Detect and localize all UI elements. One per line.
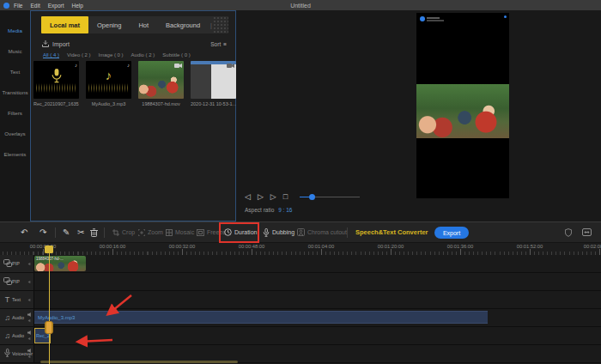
redo-button[interactable]: ↷ <box>39 222 46 242</box>
filter-audio[interactable]: Audio ( 2 ) <box>131 52 155 58</box>
undo-button[interactable]: ↶ <box>21 222 27 242</box>
chroma-cutout-button[interactable]: Chroma cutout <box>297 222 347 242</box>
playhead-drag-handle[interactable] <box>45 321 53 334</box>
preview-video-frame <box>416 84 509 138</box>
speaker-icon[interactable] <box>27 312 32 317</box>
media-item-audio-rec[interactable]: ♪ Rec_20210907_1635... <box>33 61 79 106</box>
import-button[interactable]: Import <box>52 41 70 47</box>
microphone-icon <box>263 228 270 237</box>
aspect-ratio-label: Aspect ratio <box>245 207 274 213</box>
track-header: PIP <box>0 273 34 290</box>
mute-icon[interactable] <box>28 280 32 283</box>
video-badge-icon <box>174 63 182 69</box>
filter-video[interactable]: Video ( 2 ) <box>67 52 91 58</box>
ruler-timestamp: 00:00:32:00 <box>169 244 196 249</box>
track-header: ♫ Audio <box>0 309 34 326</box>
track-lane[interactable]: 19884307-hd-... <box>34 255 601 272</box>
tab-hot[interactable]: Hot <box>130 16 157 33</box>
media-filters: All ( 4 ) Video ( 2 ) Image ( 0 ) Audio … <box>43 52 191 58</box>
media-item-video-hd[interactable]: 19884307-hd.mov <box>138 61 184 106</box>
trash-icon <box>90 228 98 237</box>
track-header: PIP <box>0 255 34 272</box>
sidebar-item-overlays[interactable]: Overlays <box>4 130 25 136</box>
mosaic-icon <box>166 229 173 236</box>
track-lane[interactable] <box>34 345 601 362</box>
speaker-icon[interactable] <box>27 331 32 335</box>
sidebar-item-music[interactable]: Music <box>8 48 21 54</box>
slider-knob[interactable] <box>309 194 315 200</box>
mute-icon[interactable] <box>28 319 32 323</box>
fit-screen-icon <box>582 228 592 236</box>
left-sidebar: Media Music Text Transitions Filters Ove… <box>0 10 30 221</box>
stop-button[interactable]: □ <box>283 192 288 201</box>
preview-area: ◁ ▷ ▷ □ Aspect ratio 9 : 16 <box>236 10 601 221</box>
previous-frame-button[interactable]: ◁ <box>245 192 251 201</box>
track-lane[interactable] <box>34 291 601 308</box>
sidebar-item-transitions[interactable]: Transitions <box>2 89 27 95</box>
ruler-timestamp: 00:01:20:00 <box>378 244 404 249</box>
media-tabs: Local mat Opening Hot Background | <box>41 16 228 33</box>
tab-local-material[interactable]: Local mat <box>41 16 88 33</box>
aspect-ratio-value[interactable]: 9 : 16 <box>278 207 292 213</box>
playhead-marker[interactable] <box>45 246 53 253</box>
notification-shield-button[interactable] <box>565 222 572 242</box>
export-button[interactable]: Export <box>434 227 469 239</box>
delete-button[interactable] <box>90 222 98 242</box>
pip-icon <box>3 277 12 287</box>
sort-button[interactable]: Sort ≡ <box>210 41 227 47</box>
mute-icon[interactable] <box>28 262 32 265</box>
sidebar-item-filters[interactable]: Filters <box>8 110 22 116</box>
zoom-button[interactable]: Zoom <box>138 222 163 242</box>
tab-background[interactable]: Background <box>157 16 209 33</box>
sidebar-item-text[interactable]: Text <box>10 69 20 75</box>
clip-label: MyAudio_3.mp3 <box>38 315 75 320</box>
timeline-scrollbar[interactable] <box>40 361 238 363</box>
mute-icon[interactable] <box>28 355 32 359</box>
timeline-ruler[interactable]: 00:00:00:00 00:00:16:00 00:00:32:00 00:0… <box>0 243 601 255</box>
track-lane[interactable]: MyAudio_3.mp3 <box>34 309 601 326</box>
audio-badge-icon: ♪ <box>75 63 77 68</box>
track-lane[interactable] <box>34 273 601 290</box>
filter-subtitle[interactable]: Subtitle ( 0 ) <box>162 52 190 58</box>
ruler-timestamp: 00:01:36:00 <box>447 244 474 249</box>
media-item-audio-myaudio[interactable]: ♪ ♪ MyAudio_3.mp3 <box>86 61 131 106</box>
video-badge-icon <box>227 63 234 69</box>
mute-icon[interactable] <box>28 337 32 341</box>
split-button[interactable]: ✂ <box>77 222 84 242</box>
next-frame-button[interactable]: ▷ <box>270 192 276 201</box>
track-label: Audio <box>12 333 24 338</box>
track-lane[interactable]: Rec_2 <box>34 327 601 344</box>
watermark-text <box>427 20 444 21</box>
preview-canvas[interactable] <box>416 13 509 198</box>
speech-text-converter-button[interactable]: Speech&Text Converter <box>355 222 428 242</box>
filter-all[interactable]: All ( 4 ) <box>43 52 59 58</box>
dubbing-button[interactable]: Dubbing <box>263 222 294 242</box>
track-row-pip2: PIP <box>0 273 601 291</box>
watermark-logo-icon <box>420 16 425 21</box>
clip-myaudio[interactable]: MyAudio_3.mp3 <box>34 311 488 324</box>
sidebar-item-media[interactable]: Media <box>8 27 22 33</box>
chroma-icon <box>297 228 305 236</box>
preview-indicator-dot <box>504 15 507 18</box>
speaker-icon[interactable] <box>27 349 32 353</box>
ruler-timestamp: 00:01:52:00 <box>517 244 543 249</box>
crop-button[interactable]: Crop <box>112 222 135 242</box>
ruler-timestamp: 00:01:04:00 <box>308 244 335 249</box>
filter-image[interactable]: Image ( 0 ) <box>99 52 124 58</box>
track-header: ♫ Audio <box>0 327 34 344</box>
microphone-icon <box>52 69 62 83</box>
preview-zoom-slider[interactable] <box>300 192 360 201</box>
sidebar-item-elements[interactable]: Elements <box>4 151 27 157</box>
edit-button[interactable]: ✎ <box>63 222 70 242</box>
media-item-label: 2020-12-31 10-53-1... <box>191 101 236 106</box>
media-item-video-screenrec[interactable]: 2020-12-31 10-53-1... <box>191 61 236 106</box>
toolbar-divider <box>347 228 348 238</box>
clip-pip-video[interactable]: 19884307-hd-... <box>34 256 86 271</box>
play-button[interactable]: ▷ <box>258 192 264 201</box>
fit-timeline-button[interactable] <box>582 222 592 242</box>
mute-icon[interactable] <box>28 298 32 301</box>
tab-opening[interactable]: Opening <box>88 16 130 33</box>
mosaic-button[interactable]: Mosaic <box>166 222 194 242</box>
sort-icon: ≡ <box>223 41 227 47</box>
track-header: Voiceover <box>0 345 34 362</box>
